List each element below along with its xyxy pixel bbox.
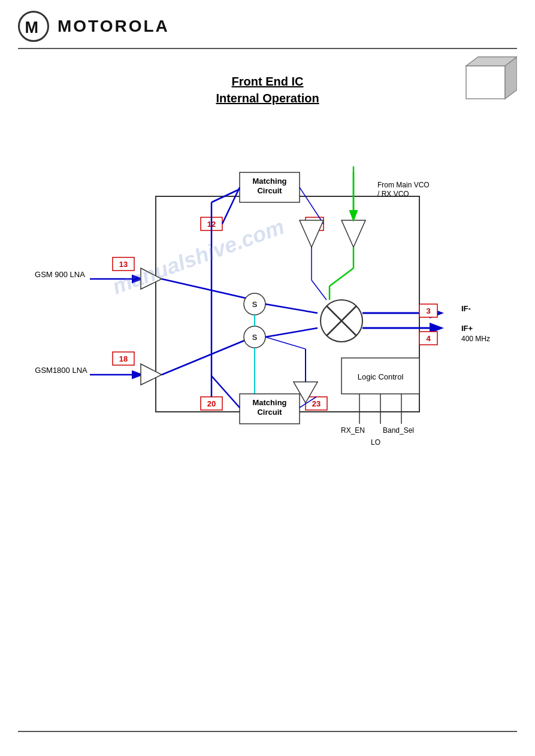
svg-text:13: 13 [119,260,128,269]
svg-text:Logic Control: Logic Control [358,372,404,381]
svg-line-26 [162,340,246,375]
svg-line-20 [162,279,246,298]
diagram-title: Front End IC Internal Operation [24,73,511,107]
svg-marker-25 [141,364,162,385]
svg-text:23: 23 [312,399,321,408]
svg-text:4: 4 [426,334,431,343]
svg-line-31 [265,304,318,313]
svg-text:LO: LO [371,438,380,447]
svg-text:18: 18 [119,354,128,363]
motorola-m-icon: M [23,16,44,37]
brand-name: MOTOROLA [58,17,170,36]
svg-text:S: S [252,300,258,309]
diagram-title-text: Front End IC Internal Operation [24,73,511,107]
svg-text:Band_Sel: Band_Sel [383,426,414,435]
svg-text:RX_EN: RX_EN [341,426,365,435]
motorola-logo-circle: M [18,11,49,42]
svg-marker-19 [141,268,162,289]
svg-text:IF-: IF- [461,304,471,313]
circuit-diagram: manualshive.com Matching Circuit 12 9 [24,125,515,472]
main-content: Front End IC Internal Operation manualsh… [0,49,535,484]
svg-text:3: 3 [426,306,430,315]
svg-text:GSM 900 LNA: GSM 900 LNA [35,270,85,279]
svg-text:400 MHz: 400 MHz [461,335,490,343]
footer-divider [18,731,517,732]
svg-text:Circuit: Circuit [257,408,282,417]
svg-text:S: S [252,333,258,342]
svg-text:M: M [25,19,39,37]
svg-text:Circuit: Circuit [257,186,282,195]
svg-text:From Main VCO: From Main VCO [377,181,430,189]
svg-text:Matching: Matching [252,398,286,407]
svg-text:IF+: IF+ [461,324,473,333]
circuit-svg: Matching Circuit 12 9 13 GSM 900 LNA [24,125,515,472]
svg-text:/ RX VCO: / RX VCO [377,190,409,198]
svg-line-72 [265,337,306,349]
svg-text:20: 20 [207,399,216,408]
svg-line-32 [265,328,318,337]
svg-text:GSM1800 LNA: GSM1800 LNA [35,366,87,375]
svg-marker-48 [341,220,365,247]
svg-line-56 [312,280,327,300]
svg-marker-47 [300,220,324,247]
svg-line-51 [330,268,353,286]
page-header: M MOTOROLA [0,0,535,48]
svg-text:Matching: Matching [252,177,286,186]
